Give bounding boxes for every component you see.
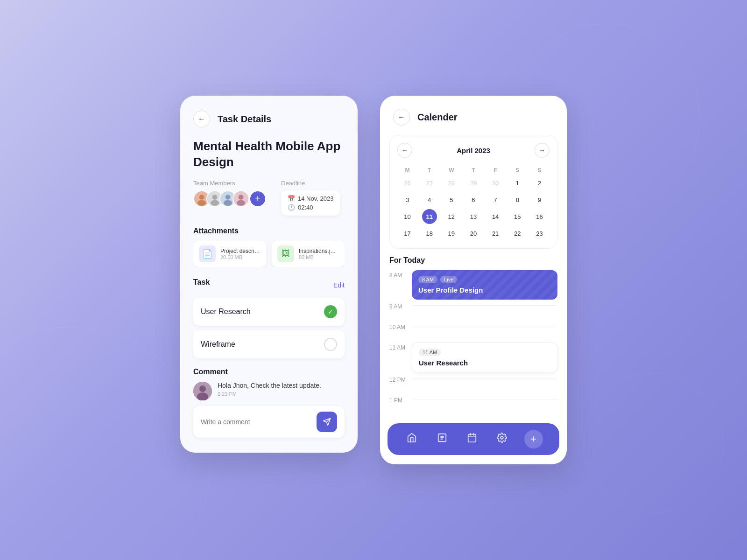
schedule-row-1pm: 1 PM (389, 395, 557, 414)
img-icon: 🖼 (277, 245, 294, 262)
day-header-s2: S (529, 165, 550, 175)
time-8am: 8 AM (389, 270, 412, 279)
attachment-pdf[interactable]: 📄 Project description.pdf 20.50 MB (193, 241, 266, 267)
cal-day-9[interactable]: 9 (532, 192, 547, 207)
cal-day-13[interactable]: 13 (466, 209, 481, 224)
calendar-grid-section: ← April 2023 → M T W T F S S 26 27 28 29… (389, 135, 557, 249)
cal-day-22[interactable]: 22 (510, 226, 525, 241)
prev-month-button[interactable]: ← (397, 143, 412, 158)
svg-point-20 (501, 436, 504, 439)
img-size: 80 MB (299, 254, 336, 260)
task-item-user-research[interactable]: User Research ✓ (193, 298, 345, 326)
cal-day-8[interactable]: 8 (510, 192, 525, 207)
add-nav-button[interactable]: + (524, 430, 543, 448)
schedule-row-10am: 10 AM (389, 322, 557, 341)
edit-button[interactable]: Edit (333, 281, 345, 289)
pdf-info: Project description.pdf 20.50 MB (220, 248, 261, 260)
deadline-date: 📅 14 Nov, 2023 (288, 195, 333, 202)
img-info: Inspirations.j… 80 MB (299, 248, 336, 260)
svg-point-8 (224, 200, 232, 205)
avatars-group: + (193, 190, 266, 207)
day-header-t2: T (463, 165, 483, 175)
cal-day-6[interactable]: 6 (466, 192, 481, 207)
calendar-icon: 📅 (288, 195, 295, 202)
cal-day-26-prev[interactable]: 26 (400, 175, 415, 190)
attachment-img[interactable]: 🖼 Inspirations.j… 80 MB (272, 241, 345, 267)
line-1pm (412, 395, 557, 399)
comment-section: Comment Hola Jhon, Check the latest upda… (193, 368, 345, 438)
pdf-name: Project description.pdf (220, 248, 261, 254)
line-12pm (412, 375, 557, 379)
pdf-icon: 📄 (199, 245, 216, 262)
line-9am (412, 301, 557, 306)
time-12pm: 12 PM (389, 375, 412, 383)
day-header-s1: S (507, 165, 528, 175)
calendar-nav-icon[interactable] (464, 430, 480, 448)
cal-day-10[interactable]: 10 (400, 209, 415, 224)
add-member-button[interactable]: + (249, 190, 266, 207)
cal-day-2[interactable]: 2 (532, 175, 547, 190)
task-name-1: User Research (201, 308, 251, 316)
cal-day-1[interactable]: 1 (510, 175, 525, 190)
event-name-1: User Profile Design (418, 286, 551, 294)
pdf-size: 20.50 MB (220, 254, 261, 260)
event-card-blue[interactable]: 8 AM Live User Profile Design (412, 270, 557, 300)
cal-day-18[interactable]: 18 (422, 226, 437, 241)
bottom-nav: + (388, 423, 559, 455)
cal-day-16[interactable]: 16 (532, 209, 547, 224)
next-month-button[interactable]: → (535, 143, 550, 158)
cal-day-20[interactable]: 20 (466, 226, 481, 241)
line-10am (412, 322, 557, 326)
schedule-row-12pm: 12 PM (389, 375, 557, 393)
schedule-row-9am: 9 AM (389, 301, 557, 320)
cal-day-14[interactable]: 14 (488, 209, 503, 224)
avatar-4 (233, 190, 249, 207)
svg-point-1 (199, 195, 204, 200)
tasks-title: Task (193, 278, 210, 287)
meta-row: Team Members + (193, 180, 345, 216)
project-title: Mental Health Mobile App Design (193, 139, 345, 170)
cal-day-21[interactable]: 21 (488, 226, 503, 241)
cal-day-15[interactable]: 15 (510, 209, 525, 224)
settings-nav-icon[interactable] (494, 430, 510, 448)
img-name: Inspirations.j… (299, 248, 336, 254)
deadline-label: Deadline (281, 180, 340, 187)
back-button-left[interactable]: ← (193, 111, 210, 127)
cal-day-12[interactable]: 12 (444, 209, 459, 224)
task-item-wireframe[interactable]: Wireframe (193, 330, 345, 358)
cal-day-7[interactable]: 7 (488, 192, 503, 207)
cal-day-4[interactable]: 4 (422, 192, 437, 207)
time-1pm: 1 PM (389, 395, 412, 404)
comment-title: Comment (193, 368, 345, 376)
calendar-nav: ← April 2023 → (397, 143, 550, 158)
comment-text: Hola Jhon, Check the latest update. (218, 382, 345, 389)
team-label: Team Members (193, 180, 266, 187)
tasks-nav-icon[interactable] (434, 430, 450, 448)
schedule-row-11am: 11 AM 11 AM User Research (389, 343, 557, 373)
event-user-research: 11 AM User Research (412, 343, 557, 373)
cal-day-28-prev[interactable]: 28 (444, 175, 459, 190)
cal-day-23[interactable]: 23 (532, 226, 547, 241)
schedule-row-8am: 8 AM 8 AM Live User Profile Design (389, 270, 557, 300)
svg-point-4 (212, 195, 218, 200)
cal-day-27-prev[interactable]: 27 (422, 175, 437, 190)
cal-day-11-today[interactable]: 11 (422, 209, 437, 224)
send-button[interactable] (317, 412, 337, 432)
task-check-done[interactable]: ✓ (324, 305, 337, 318)
cal-day-17[interactable]: 17 (400, 226, 415, 241)
svg-point-2 (197, 200, 206, 205)
comment-input[interactable] (201, 418, 311, 426)
cal-day-3[interactable]: 3 (400, 192, 415, 207)
calendar-dates: 26 27 28 29 30 1 2 3 4 5 6 7 8 9 10 11 1… (397, 175, 550, 241)
cal-day-5[interactable]: 5 (444, 192, 459, 207)
home-nav-icon[interactable] (404, 430, 420, 448)
cal-day-29-prev[interactable]: 29 (466, 175, 481, 190)
event-card-white[interactable]: 11 AM User Research (412, 343, 557, 373)
back-button-right[interactable]: ← (393, 109, 410, 126)
task-check-empty[interactable] (324, 338, 337, 351)
event-user-profile: 8 AM Live User Profile Design (412, 270, 557, 300)
calendar-header: ← Calender (380, 96, 567, 126)
cal-day-30-prev[interactable]: 30 (488, 175, 503, 190)
team-section: Team Members + (193, 180, 266, 207)
cal-day-19[interactable]: 19 (444, 226, 459, 241)
